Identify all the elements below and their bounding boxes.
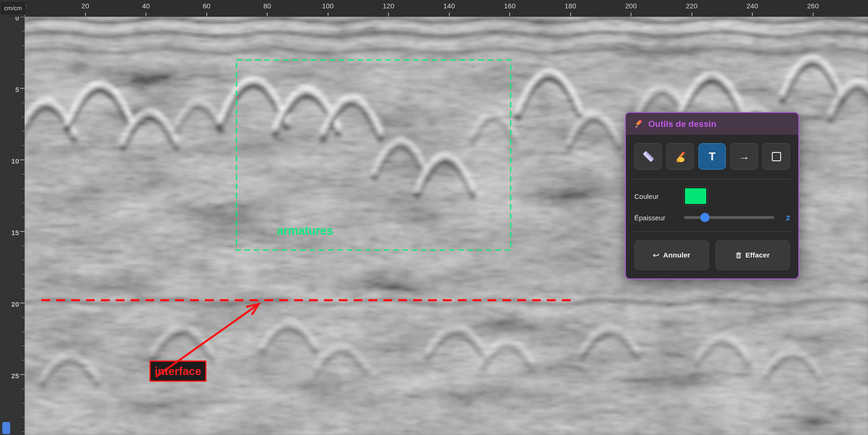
left-ruler-tick [20, 88, 25, 89]
top-ruler-tick-label: 40 [142, 2, 150, 10]
top-ruler-tick [509, 13, 510, 16]
left-ruler-tick [22, 174, 25, 175]
text-tool-icon: T [709, 150, 716, 163]
scroll-handle[interactable] [2, 422, 10, 434]
left-ruler-tick [22, 102, 25, 103]
left-ruler-tick [20, 303, 25, 303]
left-ruler-tick [22, 417, 25, 418]
thickness-slider[interactable] [684, 213, 774, 222]
left-ruler-tick [22, 403, 25, 404]
app-window: armatures interface 02040608010012014016… [0, 0, 868, 435]
top-ruler-tick-label: 140 [443, 2, 455, 10]
left-ruler-tick [22, 389, 25, 389]
top-ruler-tick [813, 13, 814, 16]
top-ruler-tick-label: 200 [625, 2, 637, 10]
panel-header: Outils de dessin [626, 113, 798, 135]
top-ruler-tick [449, 13, 450, 16]
left-ruler-tick [22, 73, 25, 74]
left-ruler-tick [20, 159, 25, 160]
left-ruler-tick [22, 288, 25, 289]
top-ruler-tick [145, 13, 146, 16]
left-ruler-tick [22, 59, 25, 60]
top-ruler-tick [388, 13, 389, 16]
slider-track [684, 216, 774, 219]
trash-icon [736, 252, 742, 259]
left-ruler-tick-label: 15 [11, 229, 19, 237]
top-ruler-tick [631, 13, 631, 16]
tool-row: T → [634, 143, 790, 170]
left-ruler-tick [22, 331, 25, 332]
thickness-row: Épaisseur 2 [634, 213, 790, 222]
top-ruler-tick [267, 13, 268, 16]
left-ruler-tick [22, 145, 25, 146]
rectangle-icon [772, 152, 781, 161]
undo-icon: ↩ [653, 250, 659, 260]
left-ruler-tick-label: 10 [11, 157, 19, 165]
left-ruler-tick-label: 25 [11, 372, 19, 380]
left-ruler-tick [20, 231, 25, 232]
top-ruler-tick-label: 180 [565, 2, 576, 10]
top-ruler-tick-label: 220 [686, 2, 697, 10]
tool-rectangle-button[interactable] [763, 143, 790, 170]
top-ruler-tick-label: 80 [263, 2, 271, 10]
clear-button-label: Effacer [745, 251, 770, 259]
interface-annotation-label: interface [150, 361, 206, 381]
top-ruler-tick-label: 160 [504, 2, 515, 10]
top-ruler-tick [570, 13, 571, 16]
panel-title: Outils de dessin [648, 119, 717, 129]
top-ruler-tick [206, 13, 207, 16]
top-ruler-tick-label: 20 [81, 2, 89, 10]
undo-button-label: Annuler [663, 251, 690, 259]
tool-ruler-button[interactable] [634, 143, 662, 170]
writing-hand-icon [673, 150, 687, 164]
left-ruler-tick [22, 274, 25, 275]
top-ruler-tick [752, 13, 753, 16]
slider-thumb[interactable] [700, 213, 710, 222]
divider [634, 179, 790, 179]
color-swatch[interactable] [684, 187, 707, 205]
vertical-ruler: 0510152025 [0, 0, 25, 435]
left-ruler-tick [22, 345, 25, 346]
left-ruler-tick [22, 202, 25, 203]
top-ruler-tick [691, 13, 692, 16]
left-ruler-tick [22, 217, 25, 218]
left-ruler-tick [20, 374, 25, 375]
left-ruler-tick [22, 131, 25, 132]
left-ruler-tick [22, 360, 25, 361]
pencil-icon [634, 119, 644, 129]
top-ruler-tick-label: 240 [746, 2, 758, 10]
tool-text-button[interactable]: T [698, 143, 726, 170]
top-ruler-tick-label: 120 [382, 2, 394, 10]
left-ruler-tick [22, 117, 25, 118]
undo-button[interactable]: ↩ Annuler [634, 240, 709, 270]
left-ruler-tick [22, 188, 25, 189]
clear-button[interactable]: Effacer [716, 240, 790, 270]
top-ruler-tick [85, 13, 86, 16]
armatures-annotation-label: armatures [277, 224, 333, 237]
top-ruler-tick-label: 60 [203, 2, 210, 10]
color-label: Couleur [634, 192, 684, 200]
left-ruler-tick [22, 260, 25, 261]
panel-body: T → Couleur Épaisseur 2 [626, 135, 798, 278]
left-ruler-tick [22, 431, 25, 432]
drawing-tools-panel: Outils de dessin [625, 112, 799, 279]
color-row: Couleur [634, 187, 790, 205]
thickness-label: Épaisseur [634, 214, 684, 222]
left-ruler-tick [22, 31, 25, 32]
left-ruler-tick-label: 5 [15, 86, 19, 93]
left-ruler-tick-label: 20 [11, 300, 19, 308]
ruler-icon [641, 150, 655, 164]
tool-arrow-button[interactable]: → [730, 143, 758, 170]
left-ruler-tick [22, 245, 25, 246]
thickness-value: 2 [786, 214, 790, 222]
top-ruler-tick-label: 260 [807, 2, 819, 10]
top-ruler-tick-label: 100 [322, 2, 334, 10]
action-row: ↩ Annuler Effacer [634, 240, 790, 270]
divider [634, 231, 790, 232]
top-ruler-tick [328, 13, 329, 16]
tool-freehand-button[interactable] [666, 143, 694, 170]
left-ruler-tick [22, 317, 25, 318]
horizontal-ruler: 020406080100120140160180200220240260 [0, 0, 868, 17]
ruler-unit-label: cm/cm [0, 1, 26, 15]
arrow-icon: → [739, 150, 750, 163]
